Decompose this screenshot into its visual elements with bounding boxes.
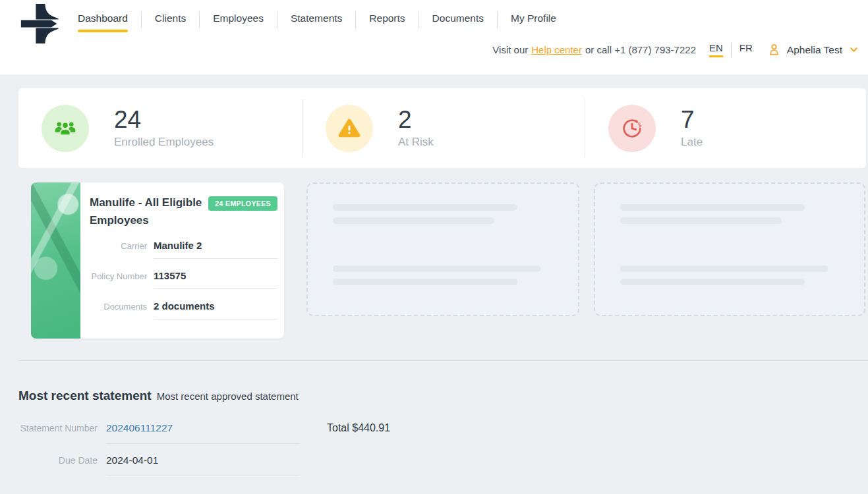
chevron-down-icon <box>849 45 859 55</box>
header-utility-row: Visit our Help center or call +1 (877) 7… <box>492 42 859 57</box>
user-menu[interactable]: Aphelia Test <box>767 43 859 57</box>
group-icon <box>42 105 89 152</box>
nav-label: My Profile <box>511 11 556 26</box>
nav-item-employees[interactable]: Employees <box>213 11 264 32</box>
row-label: Due Date <box>18 455 98 466</box>
nav-label: Reports <box>369 11 405 26</box>
tab-underline <box>213 30 264 32</box>
help-text-prefix: Visit our <box>492 44 528 55</box>
nav-divider <box>277 11 277 28</box>
skeleton-bar <box>333 279 517 285</box>
statement-details: Statement Number 202406111227 Due Date 2… <box>18 422 868 476</box>
stat-label: Late <box>681 136 703 149</box>
stat-at-risk: 2 At Risk <box>303 88 585 168</box>
nav-item-clients[interactable]: Clients <box>155 11 186 32</box>
nav-item-dashboard[interactable]: Dashboard <box>78 11 128 32</box>
skeleton-bar <box>620 265 828 272</box>
row-label: Policy Number <box>90 271 154 281</box>
stat-late: 7 Late <box>585 88 866 168</box>
app-logo-icon <box>20 4 59 43</box>
statement-number-link[interactable]: 202406111227 <box>106 422 173 433</box>
row-value: 113575 <box>154 270 277 289</box>
nav-item-reports[interactable]: Reports <box>369 11 405 32</box>
tab-underline <box>291 30 342 32</box>
nav-label: Clients <box>155 11 186 26</box>
skeleton-bar <box>620 217 782 224</box>
nav-divider <box>419 11 419 28</box>
nav-item-documents[interactable]: Documents <box>432 11 484 32</box>
app-header: Dashboard Clients Employees Statements R… <box>0 0 868 74</box>
skeleton-bar <box>333 204 517 211</box>
skeleton-bar <box>620 279 805 285</box>
clock-icon <box>608 105 656 152</box>
nav-label: Documents <box>432 11 484 26</box>
plan-card-body: Manulife - All Eligible Employees 24 EMP… <box>80 182 284 339</box>
active-tab-underline <box>78 30 128 32</box>
statement-row-number: Statement Number 202406111227 <box>18 422 300 444</box>
plan-cards-row: Manulife - All Eligible Employees 24 EMP… <box>31 182 868 339</box>
row-value: 2 documents <box>154 300 277 319</box>
plan-row-documents: Documents 2 documents <box>90 300 277 319</box>
tab-underline <box>369 30 405 32</box>
nav-item-my-profile[interactable]: My Profile <box>511 11 556 32</box>
stat-label: Enrolled Employees <box>114 136 214 149</box>
row-label: Statement Number <box>18 423 98 433</box>
statement-total: Total $440.91 <box>327 422 390 434</box>
nav-label: Statements <box>291 11 342 26</box>
nav-item-statements[interactable]: Statements <box>291 11 342 32</box>
row-value: 2024-04-01 <box>106 454 300 476</box>
tab-underline <box>155 30 186 32</box>
row-value: Manulife 2 <box>154 240 277 259</box>
employees-count-badge: 24 EMPLOYEES <box>208 196 277 211</box>
help-center-link[interactable]: Help center <box>531 44 582 55</box>
stat-value: 7 <box>681 107 703 132</box>
section-divider <box>18 360 868 361</box>
section-subtitle: Most recent approved statement <box>157 391 299 402</box>
tab-underline <box>511 30 556 32</box>
nav-label: Employees <box>213 11 264 26</box>
user-name: Aphelia Test <box>787 44 842 56</box>
skeleton-bar <box>333 265 540 272</box>
user-icon <box>767 43 781 57</box>
plan-title: Manulife - All Eligible Employees <box>90 194 203 229</box>
section-title: Most recent statement <box>18 389 152 403</box>
nav-divider <box>199 11 200 28</box>
stat-label: At Risk <box>398 136 434 149</box>
statement-section-header: Most recent statement Most recent approv… <box>18 389 868 403</box>
plan-row-carrier: Carrier Manulife 2 <box>90 240 277 259</box>
skeleton-bar <box>333 217 494 224</box>
language-fr-button[interactable]: FR <box>739 42 753 57</box>
stat-enrolled-employees: 24 Enrolled Employees <box>18 88 302 168</box>
plan-photo <box>31 182 80 339</box>
tab-underline <box>432 30 484 32</box>
plan-row-policy-number: Policy Number 113575 <box>90 270 277 289</box>
stat-value: 24 <box>114 107 214 132</box>
skeleton-bar <box>620 204 805 211</box>
statement-row-due-date: Due Date 2024-04-01 <box>18 454 300 476</box>
placeholder-card <box>306 182 579 316</box>
nav-divider <box>355 11 356 28</box>
language-en-button[interactable]: EN <box>709 42 723 57</box>
nav-label: Dashboard <box>78 11 128 26</box>
language-divider <box>731 43 732 57</box>
language-switcher: EN FR <box>709 42 753 57</box>
placeholder-card <box>594 182 865 316</box>
row-label: Carrier <box>90 241 154 251</box>
help-text-suffix: or call +1 (877) 793-7222 <box>585 44 696 55</box>
nav-divider <box>497 11 498 28</box>
plan-card-manulife[interactable]: Manulife - All Eligible Employees 24 EMP… <box>31 182 284 339</box>
stats-summary-bar: 24 Enrolled Employees 2 At Risk <box>18 88 866 168</box>
row-label: Documents <box>90 302 154 312</box>
stat-value: 2 <box>398 107 434 132</box>
main-nav: Dashboard Clients Employees Statements R… <box>78 11 556 32</box>
warning-icon <box>326 105 373 152</box>
nav-divider <box>141 11 142 28</box>
